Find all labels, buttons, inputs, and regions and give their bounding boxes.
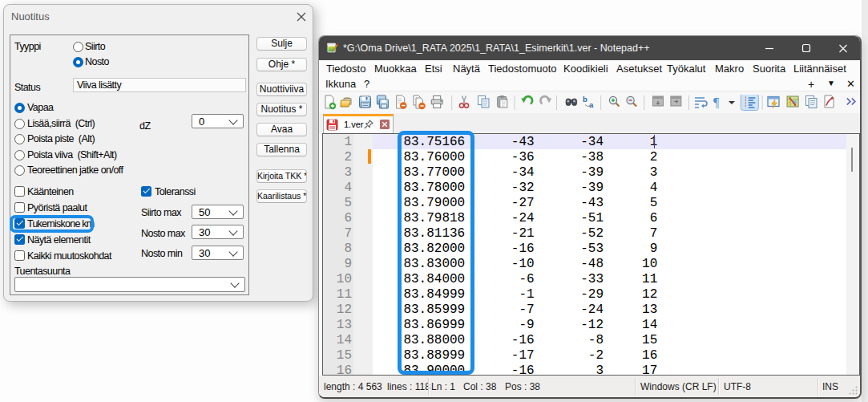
- svg-text:b: b: [583, 95, 587, 104]
- svg-text:a: a: [589, 100, 594, 109]
- svg-text:¶: ¶: [713, 95, 720, 109]
